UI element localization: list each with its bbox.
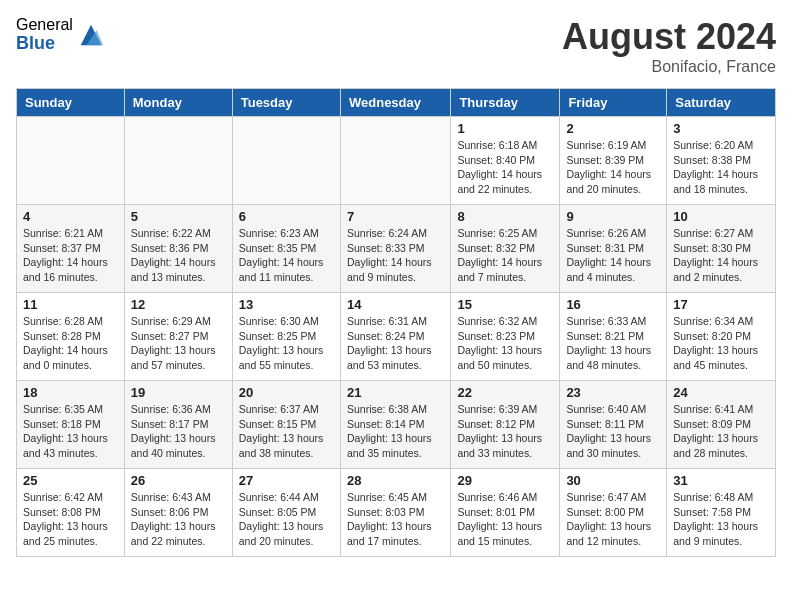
day-number: 14 [347,297,444,312]
calendar-cell: 3Sunrise: 6:20 AM Sunset: 8:38 PM Daylig… [667,117,776,205]
calendar-table: SundayMondayTuesdayWednesdayThursdayFrid… [16,88,776,557]
calendar-cell: 11Sunrise: 6:28 AM Sunset: 8:28 PM Dayli… [17,293,125,381]
calendar-cell: 29Sunrise: 6:46 AM Sunset: 8:01 PM Dayli… [451,469,560,557]
calendar-cell: 2Sunrise: 6:19 AM Sunset: 8:39 PM Daylig… [560,117,667,205]
day-info: Sunrise: 6:47 AM Sunset: 8:00 PM Dayligh… [566,490,660,549]
calendar-week-row: 11Sunrise: 6:28 AM Sunset: 8:28 PM Dayli… [17,293,776,381]
day-info: Sunrise: 6:46 AM Sunset: 8:01 PM Dayligh… [457,490,553,549]
day-number: 23 [566,385,660,400]
day-number: 10 [673,209,769,224]
day-info: Sunrise: 6:36 AM Sunset: 8:17 PM Dayligh… [131,402,226,461]
day-info: Sunrise: 6:39 AM Sunset: 8:12 PM Dayligh… [457,402,553,461]
column-header-thursday: Thursday [451,89,560,117]
calendar-cell: 20Sunrise: 6:37 AM Sunset: 8:15 PM Dayli… [232,381,340,469]
location-subtitle: Bonifacio, France [562,58,776,76]
day-info: Sunrise: 6:44 AM Sunset: 8:05 PM Dayligh… [239,490,334,549]
day-info: Sunrise: 6:32 AM Sunset: 8:23 PM Dayligh… [457,314,553,373]
calendar-cell: 27Sunrise: 6:44 AM Sunset: 8:05 PM Dayli… [232,469,340,557]
calendar-header-row: SundayMondayTuesdayWednesdayThursdayFrid… [17,89,776,117]
day-number: 31 [673,473,769,488]
day-info: Sunrise: 6:25 AM Sunset: 8:32 PM Dayligh… [457,226,553,285]
logo-blue: Blue [16,34,73,54]
day-number: 9 [566,209,660,224]
day-number: 15 [457,297,553,312]
page-header: General Blue August 2024 Bonifacio, Fran… [16,16,776,76]
calendar-cell: 8Sunrise: 6:25 AM Sunset: 8:32 PM Daylig… [451,205,560,293]
day-info: Sunrise: 6:24 AM Sunset: 8:33 PM Dayligh… [347,226,444,285]
day-number: 19 [131,385,226,400]
day-info: Sunrise: 6:29 AM Sunset: 8:27 PM Dayligh… [131,314,226,373]
day-number: 11 [23,297,118,312]
calendar-cell: 30Sunrise: 6:47 AM Sunset: 8:00 PM Dayli… [560,469,667,557]
column-header-friday: Friday [560,89,667,117]
calendar-cell: 15Sunrise: 6:32 AM Sunset: 8:23 PM Dayli… [451,293,560,381]
calendar-cell [232,117,340,205]
logo-general: General [16,16,73,34]
day-info: Sunrise: 6:20 AM Sunset: 8:38 PM Dayligh… [673,138,769,197]
day-number: 30 [566,473,660,488]
day-info: Sunrise: 6:40 AM Sunset: 8:11 PM Dayligh… [566,402,660,461]
column-header-monday: Monday [124,89,232,117]
calendar-cell: 16Sunrise: 6:33 AM Sunset: 8:21 PM Dayli… [560,293,667,381]
calendar-cell [340,117,450,205]
day-info: Sunrise: 6:41 AM Sunset: 8:09 PM Dayligh… [673,402,769,461]
calendar-cell: 6Sunrise: 6:23 AM Sunset: 8:35 PM Daylig… [232,205,340,293]
calendar-cell: 18Sunrise: 6:35 AM Sunset: 8:18 PM Dayli… [17,381,125,469]
day-info: Sunrise: 6:38 AM Sunset: 8:14 PM Dayligh… [347,402,444,461]
day-number: 4 [23,209,118,224]
day-number: 3 [673,121,769,136]
calendar-cell: 19Sunrise: 6:36 AM Sunset: 8:17 PM Dayli… [124,381,232,469]
title-block: August 2024 Bonifacio, France [562,16,776,76]
day-number: 20 [239,385,334,400]
day-info: Sunrise: 6:34 AM Sunset: 8:20 PM Dayligh… [673,314,769,373]
day-info: Sunrise: 6:43 AM Sunset: 8:06 PM Dayligh… [131,490,226,549]
day-info: Sunrise: 6:30 AM Sunset: 8:25 PM Dayligh… [239,314,334,373]
day-info: Sunrise: 6:27 AM Sunset: 8:30 PM Dayligh… [673,226,769,285]
column-header-tuesday: Tuesday [232,89,340,117]
day-number: 8 [457,209,553,224]
calendar-cell: 31Sunrise: 6:48 AM Sunset: 7:58 PM Dayli… [667,469,776,557]
column-header-sunday: Sunday [17,89,125,117]
calendar-cell: 5Sunrise: 6:22 AM Sunset: 8:36 PM Daylig… [124,205,232,293]
calendar-week-row: 4Sunrise: 6:21 AM Sunset: 8:37 PM Daylig… [17,205,776,293]
calendar-cell: 14Sunrise: 6:31 AM Sunset: 8:24 PM Dayli… [340,293,450,381]
day-info: Sunrise: 6:19 AM Sunset: 8:39 PM Dayligh… [566,138,660,197]
day-info: Sunrise: 6:31 AM Sunset: 8:24 PM Dayligh… [347,314,444,373]
calendar-week-row: 1Sunrise: 6:18 AM Sunset: 8:40 PM Daylig… [17,117,776,205]
day-number: 16 [566,297,660,312]
day-info: Sunrise: 6:33 AM Sunset: 8:21 PM Dayligh… [566,314,660,373]
calendar-cell: 12Sunrise: 6:29 AM Sunset: 8:27 PM Dayli… [124,293,232,381]
calendar-cell: 4Sunrise: 6:21 AM Sunset: 8:37 PM Daylig… [17,205,125,293]
day-number: 7 [347,209,444,224]
calendar-cell [17,117,125,205]
calendar-week-row: 18Sunrise: 6:35 AM Sunset: 8:18 PM Dayli… [17,381,776,469]
calendar-cell: 23Sunrise: 6:40 AM Sunset: 8:11 PM Dayli… [560,381,667,469]
day-number: 17 [673,297,769,312]
column-header-saturday: Saturday [667,89,776,117]
calendar-week-row: 25Sunrise: 6:42 AM Sunset: 8:08 PM Dayli… [17,469,776,557]
day-number: 29 [457,473,553,488]
calendar-cell: 26Sunrise: 6:43 AM Sunset: 8:06 PM Dayli… [124,469,232,557]
day-number: 26 [131,473,226,488]
day-info: Sunrise: 6:48 AM Sunset: 7:58 PM Dayligh… [673,490,769,549]
day-info: Sunrise: 6:23 AM Sunset: 8:35 PM Dayligh… [239,226,334,285]
day-number: 5 [131,209,226,224]
day-number: 25 [23,473,118,488]
day-info: Sunrise: 6:35 AM Sunset: 8:18 PM Dayligh… [23,402,118,461]
column-header-wednesday: Wednesday [340,89,450,117]
calendar-cell: 28Sunrise: 6:45 AM Sunset: 8:03 PM Dayli… [340,469,450,557]
day-number: 28 [347,473,444,488]
calendar-cell: 25Sunrise: 6:42 AM Sunset: 8:08 PM Dayli… [17,469,125,557]
logo-icon [77,21,105,49]
day-info: Sunrise: 6:42 AM Sunset: 8:08 PM Dayligh… [23,490,118,549]
calendar-cell: 10Sunrise: 6:27 AM Sunset: 8:30 PM Dayli… [667,205,776,293]
calendar-cell: 22Sunrise: 6:39 AM Sunset: 8:12 PM Dayli… [451,381,560,469]
day-info: Sunrise: 6:22 AM Sunset: 8:36 PM Dayligh… [131,226,226,285]
day-number: 22 [457,385,553,400]
calendar-cell: 21Sunrise: 6:38 AM Sunset: 8:14 PM Dayli… [340,381,450,469]
day-number: 13 [239,297,334,312]
logo: General Blue [16,16,105,53]
day-number: 12 [131,297,226,312]
day-number: 2 [566,121,660,136]
day-info: Sunrise: 6:21 AM Sunset: 8:37 PM Dayligh… [23,226,118,285]
